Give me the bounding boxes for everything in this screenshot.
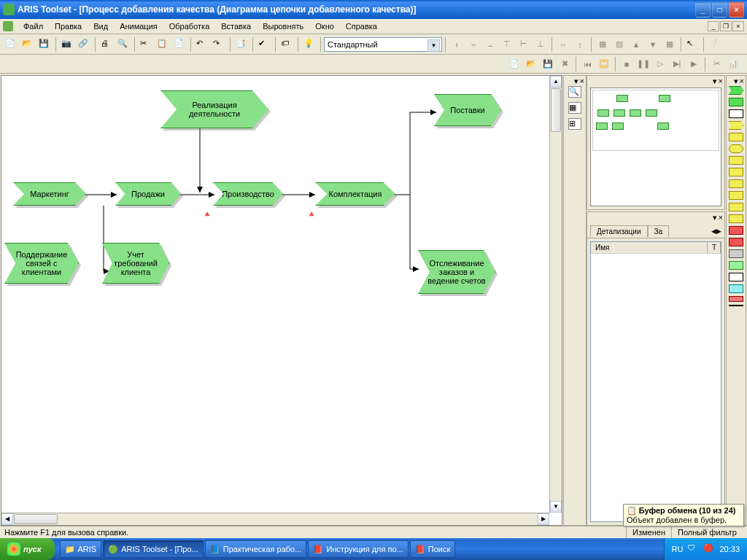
col-name[interactable]: Имя xyxy=(591,242,708,253)
shape-red3[interactable] xyxy=(729,296,743,302)
bulb-button[interactable]: 💡 xyxy=(301,36,317,52)
task-aris-toolset[interactable]: 🟢ARIS Toolset - [Про... xyxy=(103,540,204,558)
menu-view[interactable]: Вид xyxy=(88,20,114,32)
menu-process[interactable]: Обработка xyxy=(163,20,215,32)
minimap-canvas[interactable] xyxy=(590,88,721,206)
align-left-button[interactable]: ⫞ xyxy=(449,36,465,52)
shape-red2[interactable] xyxy=(729,238,743,246)
mdi-restore-button[interactable]: ❐ xyxy=(720,21,732,31)
shape-greenbox[interactable] xyxy=(729,261,743,270)
mdi-minimize-button[interactable]: _ xyxy=(708,21,719,31)
node-completion[interactable]: Комплектация xyxy=(315,182,395,206)
front-button[interactable]: ▲ xyxy=(628,36,644,52)
node-realization[interactable]: Реализация деятельности xyxy=(160,90,268,128)
col-type[interactable]: Т xyxy=(708,242,721,253)
check-button[interactable]: ✔ xyxy=(256,36,272,52)
minimize-button[interactable]: _ xyxy=(695,2,711,18)
tool-expand-button[interactable]: ⊞ xyxy=(568,118,581,130)
scroll-thumb[interactable] xyxy=(551,88,561,132)
scroll-thumb[interactable] xyxy=(14,514,58,524)
undo-button[interactable]: ↶ xyxy=(194,36,210,52)
anim-back-button[interactable]: ⏪ xyxy=(596,56,612,72)
dist-v-button[interactable]: ↕ xyxy=(572,36,588,52)
shape-yellow-chev[interactable] xyxy=(729,121,743,130)
open-button[interactable]: 📂 xyxy=(20,36,36,52)
assignment-icon[interactable]: 🔺 xyxy=(306,209,315,218)
shape-line[interactable] xyxy=(729,305,743,306)
node-client-requirements[interactable]: Учет требований клиента xyxy=(102,243,169,284)
maximize-button[interactable]: □ xyxy=(712,2,727,18)
shape-yellow5[interactable] xyxy=(729,179,743,188)
back-button[interactable]: ▼ xyxy=(645,36,661,52)
menu-help[interactable]: Справка xyxy=(340,20,383,32)
mdi-close-button[interactable]: × xyxy=(732,21,744,31)
shape-yellow4[interactable] xyxy=(729,168,743,176)
shape-yellow2[interactable] xyxy=(729,144,743,153)
side-pin-button[interactable]: ▾ xyxy=(574,77,578,86)
tab-more[interactable]: За xyxy=(648,225,670,237)
menu-window[interactable]: Окно xyxy=(309,20,340,32)
horizontal-scrollbar[interactable]: ◀ ▶ xyxy=(1,513,549,525)
copy-button[interactable]: 📋 xyxy=(155,36,171,52)
menu-insert[interactable]: Вставка xyxy=(215,20,257,32)
link-button[interactable]: 🔗 xyxy=(76,36,92,52)
task-pdf2[interactable]: 📕Поиск xyxy=(410,540,455,558)
grid-button[interactable]: ▦ xyxy=(662,36,678,52)
shape-yellow7[interactable] xyxy=(729,203,743,211)
minimap-pin-button[interactable]: ▾ xyxy=(713,77,717,86)
align-top-button[interactable]: ⊤ xyxy=(499,36,515,52)
close-button[interactable]: × xyxy=(729,2,744,18)
tab-details[interactable]: Детализации xyxy=(590,225,648,237)
start-button[interactable]: пуск xyxy=(0,538,55,560)
shape-yellow8[interactable] xyxy=(729,214,743,223)
scroll-right-button[interactable]: ▶ xyxy=(538,513,549,525)
menu-animation[interactable]: Анимация xyxy=(114,20,163,32)
print-button[interactable]: 🖨 xyxy=(98,36,115,52)
anim-stat-button[interactable]: 📊 xyxy=(725,56,741,72)
style-combo[interactable]: Стандартный xyxy=(324,37,442,52)
dist-h-button[interactable]: ↔ xyxy=(555,36,571,52)
node-supply[interactable]: Поставки xyxy=(434,94,501,126)
menu-edit[interactable]: Правка xyxy=(49,20,88,32)
shape-yellow6[interactable] xyxy=(729,191,743,200)
clipboard-notification[interactable]: 📋 Буфер обмена (10 из 24) Объект добавле… xyxy=(623,504,744,526)
help-button[interactable]: ❔ xyxy=(707,36,723,52)
side-close-button[interactable]: × xyxy=(580,77,584,85)
group-button[interactable]: ▦ xyxy=(595,36,611,52)
shape-teal[interactable] xyxy=(729,284,743,293)
properties-button[interactable]: 📑 xyxy=(233,36,249,52)
shape-yellow3[interactable] xyxy=(729,156,743,165)
clock[interactable]: 20:33 xyxy=(719,545,740,553)
anim-cut-button[interactable]: ✂ xyxy=(708,56,724,72)
minimap-close-button[interactable]: × xyxy=(719,77,723,85)
properties-list[interactable]: Имя Т xyxy=(590,241,721,522)
paste-button[interactable]: 📄 xyxy=(171,36,187,52)
shape-red[interactable] xyxy=(729,226,743,235)
anim-save-button[interactable]: 💾 xyxy=(540,56,556,72)
anim-pause-button[interactable]: ❚❚ xyxy=(635,56,651,72)
anim-ff-button[interactable]: ▶ xyxy=(686,56,702,72)
tab-scroll-right[interactable]: ▶ xyxy=(716,228,721,235)
flag-button[interactable]: 🏷 xyxy=(279,36,295,52)
shape-gray[interactable] xyxy=(729,249,743,258)
anim-step-button[interactable]: ▶| xyxy=(669,56,685,72)
node-sales[interactable]: Продажи xyxy=(115,182,181,206)
tool-zoom-button[interactable]: 🔍 xyxy=(568,86,581,98)
scroll-down-button[interactable]: ▼ xyxy=(550,501,562,513)
tool-grid-button[interactable]: ▦ xyxy=(568,102,581,114)
anim-open-button[interactable]: 📂 xyxy=(523,56,539,72)
shape-whitebox[interactable] xyxy=(729,273,743,281)
palette-close-button[interactable]: × xyxy=(740,77,744,85)
task-pdf1[interactable]: 📕Инструкция для по... xyxy=(308,540,408,558)
align-right-button[interactable]: ⫠ xyxy=(482,36,498,52)
preview-button[interactable]: 🔍 xyxy=(115,36,131,52)
anim-rewind-button[interactable]: ⏮ xyxy=(579,56,595,72)
task-word[interactable]: 📘Практическая рабо... xyxy=(205,540,307,558)
align-middle-button[interactable]: ⊢ xyxy=(516,36,532,52)
shape-yellow[interactable] xyxy=(729,133,743,141)
scroll-up-button[interactable]: ▲ xyxy=(550,76,562,88)
menu-file[interactable]: Файл xyxy=(18,20,49,32)
shape-green2[interactable] xyxy=(729,98,743,106)
align-center-button[interactable]: ⫟ xyxy=(465,36,481,52)
tray-avira-icon[interactable]: 🔴 xyxy=(703,543,715,555)
